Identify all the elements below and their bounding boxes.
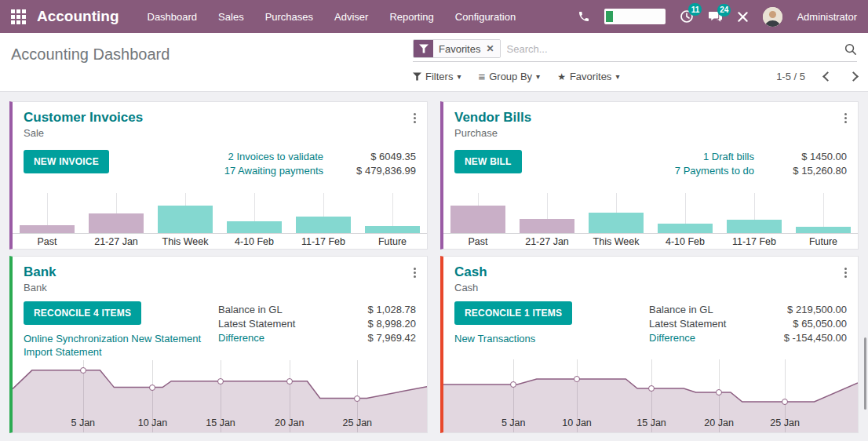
import-statement-link[interactable]: Import Statement xyxy=(24,345,218,359)
difference-link[interactable]: Difference xyxy=(649,331,695,345)
data-point-marker[interactable] xyxy=(782,399,788,405)
reconcile-items-button[interactable]: RECONCILE 1 ITEMS xyxy=(454,301,572,325)
invoices-to-validate-amount: $ 6049.35 xyxy=(330,150,416,164)
invoices-to-validate-link[interactable]: 2 Invoices to validate xyxy=(224,150,323,164)
search-icon[interactable] xyxy=(844,42,857,56)
bar-tick-label: 11-17 Feb xyxy=(289,236,358,247)
axis-tick-label: 20 Jan xyxy=(275,417,305,428)
data-point-marker[interactable] xyxy=(354,395,360,402)
data-point-marker[interactable] xyxy=(510,381,516,388)
search-facet: Favorites ✕ xyxy=(413,39,501,58)
pager-prev-icon[interactable] xyxy=(822,71,833,82)
bar[interactable] xyxy=(589,213,644,233)
search-facet-label: Favorites ✕ xyxy=(433,40,500,57)
messages-icon[interactable]: 24 xyxy=(708,10,723,24)
bar-tick-label: Past xyxy=(13,236,82,247)
data-point-marker[interactable] xyxy=(648,385,655,392)
top-menu: Dashboard Sales Purchases Adviser Report… xyxy=(148,11,516,23)
group-by-button[interactable]: ≡ Group By ▾ xyxy=(478,70,540,83)
dashboard-grid: Customer Invoices Sale NEW INVOICE 2 Inv… xyxy=(0,92,868,433)
menu-item-reporting[interactable]: Reporting xyxy=(389,11,433,23)
bar[interactable] xyxy=(520,219,574,233)
bar-tick-label: 4-10 Feb xyxy=(651,236,720,247)
payments-to-do-link[interactable]: 7 Payments to do xyxy=(675,164,754,178)
new-transactions-link[interactable]: New Transactions xyxy=(454,332,649,345)
awaiting-payments-link[interactable]: 17 Awaiting payments xyxy=(224,164,323,178)
bar-tick-label: This Week xyxy=(151,236,220,247)
data-point-marker[interactable] xyxy=(716,389,722,395)
bar-slot xyxy=(151,193,220,233)
kebab-menu-icon[interactable] xyxy=(843,266,848,279)
facet-remove-icon[interactable]: ✕ xyxy=(486,43,494,54)
data-point-marker[interactable] xyxy=(217,378,224,385)
data-point-marker[interactable] xyxy=(286,378,293,385)
draft-bills-link[interactable]: 1 Draft bills xyxy=(675,150,754,164)
card-title[interactable]: Customer Invoices xyxy=(24,110,416,126)
filters-button[interactable]: Filters ▾ xyxy=(413,71,461,82)
new-bill-button[interactable]: NEW BILL xyxy=(454,150,522,173)
pager-next-icon[interactable] xyxy=(848,71,859,82)
bar[interactable] xyxy=(727,220,782,233)
bar-slot xyxy=(720,193,789,233)
card-title[interactable]: Cash xyxy=(454,264,847,280)
card-title[interactable]: Bank xyxy=(24,264,416,280)
bar[interactable] xyxy=(296,217,351,233)
card-subtitle: Sale xyxy=(24,127,416,139)
latest-statement-value: $ 65,050.00 xyxy=(793,317,847,331)
bar[interactable] xyxy=(658,224,713,233)
bar-chart-area xyxy=(443,193,858,234)
reconcile-items-button[interactable]: RECONCILE 4 ITEMS xyxy=(24,301,141,325)
bar-chart-labels: Past21-27 JanThis Week4-10 Feb11-17 FebF… xyxy=(13,234,427,249)
data-point-marker[interactable] xyxy=(80,367,86,374)
data-point-marker[interactable] xyxy=(149,385,155,391)
menu-item-purchases[interactable]: Purchases xyxy=(265,11,313,23)
activities-badge: 11 xyxy=(688,3,702,16)
apps-menu-icon[interactable] xyxy=(11,9,26,24)
bar[interactable] xyxy=(158,206,213,233)
timer-widget[interactable] xyxy=(604,9,666,24)
card-title[interactable]: Vendor Bills xyxy=(454,110,847,126)
balance-in-gl-value: $ 1,028.78 xyxy=(368,303,416,317)
card-vendor-bills: Vendor Bills Purchase NEW BILL 1 Draft b… xyxy=(440,101,859,250)
avatar[interactable] xyxy=(763,7,782,27)
balance-in-gl-value: $ 219,500.00 xyxy=(787,303,847,317)
menu-item-dashboard[interactable]: Dashboard xyxy=(148,11,198,23)
activities-icon[interactable]: 11 xyxy=(680,9,694,24)
favorites-label: Favorites xyxy=(570,71,611,82)
data-point-marker[interactable] xyxy=(574,376,580,382)
bar[interactable] xyxy=(796,227,851,233)
bar[interactable] xyxy=(227,221,282,233)
bar-chart-area xyxy=(13,193,427,234)
menu-item-sales[interactable]: Sales xyxy=(218,11,244,23)
menu-item-configuration[interactable]: Configuration xyxy=(455,11,516,23)
bar-slot xyxy=(582,193,651,233)
draft-bills-amount: $ 1450.00 xyxy=(760,150,847,164)
kebab-menu-icon[interactable] xyxy=(412,266,418,279)
favorites-button[interactable]: ★ Favorites ▾ xyxy=(557,71,619,82)
bar-tick-label: This Week xyxy=(582,236,651,247)
online-sync-new-statement-link[interactable]: Online Synchronization New Statement xyxy=(24,332,218,345)
vertical-scrollbar[interactable] xyxy=(864,337,866,410)
card-subtitle: Cash xyxy=(454,282,847,293)
search-input[interactable] xyxy=(501,41,844,57)
menu-item-adviser[interactable]: Adviser xyxy=(334,11,368,23)
cash-balance-chart: 5 Jan10 Jan15 Jan20 Jan25 Jan xyxy=(443,358,858,432)
app-name[interactable]: Accounting xyxy=(37,8,119,25)
bar-slot xyxy=(220,193,289,233)
kebab-menu-icon[interactable] xyxy=(843,111,848,125)
difference-link[interactable]: Difference xyxy=(218,331,264,345)
latest-statement-value: $ 8,998.20 xyxy=(368,317,416,331)
kebab-menu-icon[interactable] xyxy=(412,111,418,125)
tools-icon[interactable] xyxy=(737,11,749,23)
phone-icon[interactable] xyxy=(578,10,590,23)
bar[interactable] xyxy=(20,225,75,233)
new-invoice-button[interactable]: NEW INVOICE xyxy=(24,150,109,173)
bar[interactable] xyxy=(365,226,420,233)
axis-tick-label: 15 Jan xyxy=(206,417,235,428)
user-name[interactable]: Administrator xyxy=(797,11,857,23)
awaiting-payments-amount: $ 479,836.99 xyxy=(330,164,416,178)
customer-invoices-chart: Past21-27 JanThis Week4-10 Feb11-17 FebF… xyxy=(13,193,427,249)
bar[interactable] xyxy=(89,213,144,233)
bar[interactable] xyxy=(450,206,505,233)
bar-slot xyxy=(443,193,512,233)
